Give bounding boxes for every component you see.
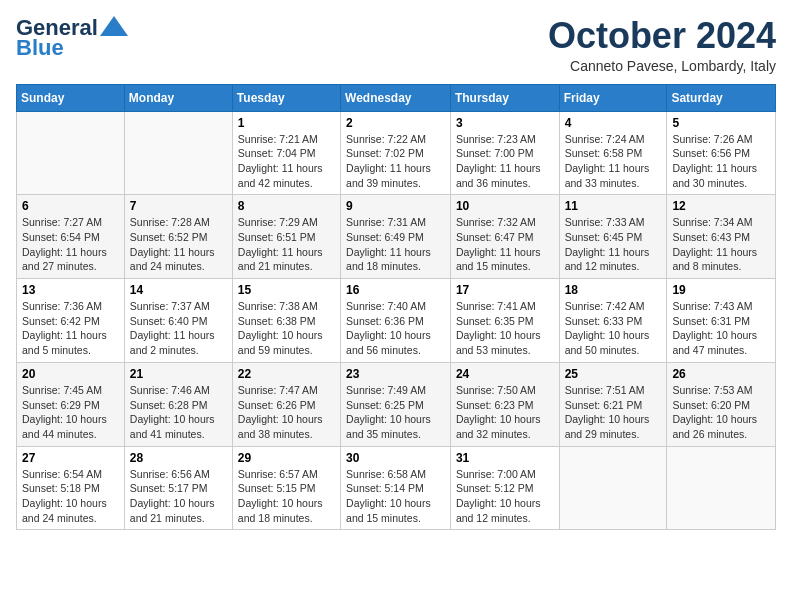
calendar-cell: 21Sunrise: 7:46 AM Sunset: 6:28 PM Dayli… bbox=[124, 362, 232, 446]
calendar-cell: 25Sunrise: 7:51 AM Sunset: 6:21 PM Dayli… bbox=[559, 362, 667, 446]
day-info: Sunrise: 7:32 AM Sunset: 6:47 PM Dayligh… bbox=[456, 215, 554, 274]
day-number: 22 bbox=[238, 367, 335, 381]
day-number: 4 bbox=[565, 116, 662, 130]
day-info: Sunrise: 7:31 AM Sunset: 6:49 PM Dayligh… bbox=[346, 215, 445, 274]
day-info: Sunrise: 7:47 AM Sunset: 6:26 PM Dayligh… bbox=[238, 383, 335, 442]
day-info: Sunrise: 7:45 AM Sunset: 6:29 PM Dayligh… bbox=[22, 383, 119, 442]
day-number: 27 bbox=[22, 451, 119, 465]
logo-icon bbox=[100, 16, 128, 36]
day-number: 19 bbox=[672, 283, 770, 297]
weekday-header: Saturday bbox=[667, 84, 776, 111]
day-number: 15 bbox=[238, 283, 335, 297]
calendar-cell: 26Sunrise: 7:53 AM Sunset: 6:20 PM Dayli… bbox=[667, 362, 776, 446]
logo-blue: Blue bbox=[16, 36, 64, 60]
day-number: 10 bbox=[456, 199, 554, 213]
calendar-cell bbox=[17, 111, 125, 195]
calendar-cell: 2Sunrise: 7:22 AM Sunset: 7:02 PM Daylig… bbox=[341, 111, 451, 195]
day-info: Sunrise: 7:27 AM Sunset: 6:54 PM Dayligh… bbox=[22, 215, 119, 274]
day-number: 1 bbox=[238, 116, 335, 130]
day-number: 8 bbox=[238, 199, 335, 213]
calendar-body: 1Sunrise: 7:21 AM Sunset: 7:04 PM Daylig… bbox=[17, 111, 776, 530]
day-number: 5 bbox=[672, 116, 770, 130]
title-block: October 2024 Canneto Pavese, Lombardy, I… bbox=[548, 16, 776, 74]
day-number: 30 bbox=[346, 451, 445, 465]
day-info: Sunrise: 7:49 AM Sunset: 6:25 PM Dayligh… bbox=[346, 383, 445, 442]
calendar-cell: 7Sunrise: 7:28 AM Sunset: 6:52 PM Daylig… bbox=[124, 195, 232, 279]
day-info: Sunrise: 7:46 AM Sunset: 6:28 PM Dayligh… bbox=[130, 383, 227, 442]
calendar-cell: 24Sunrise: 7:50 AM Sunset: 6:23 PM Dayli… bbox=[450, 362, 559, 446]
day-info: Sunrise: 7:24 AM Sunset: 6:58 PM Dayligh… bbox=[565, 132, 662, 191]
calendar-cell: 22Sunrise: 7:47 AM Sunset: 6:26 PM Dayli… bbox=[232, 362, 340, 446]
day-info: Sunrise: 7:36 AM Sunset: 6:42 PM Dayligh… bbox=[22, 299, 119, 358]
day-info: Sunrise: 7:37 AM Sunset: 6:40 PM Dayligh… bbox=[130, 299, 227, 358]
day-info: Sunrise: 7:33 AM Sunset: 6:45 PM Dayligh… bbox=[565, 215, 662, 274]
day-number: 18 bbox=[565, 283, 662, 297]
day-info: Sunrise: 7:34 AM Sunset: 6:43 PM Dayligh… bbox=[672, 215, 770, 274]
day-number: 21 bbox=[130, 367, 227, 381]
calendar-week-row: 27Sunrise: 6:54 AM Sunset: 5:18 PM Dayli… bbox=[17, 446, 776, 530]
day-info: Sunrise: 7:26 AM Sunset: 6:56 PM Dayligh… bbox=[672, 132, 770, 191]
day-number: 7 bbox=[130, 199, 227, 213]
day-number: 23 bbox=[346, 367, 445, 381]
day-info: Sunrise: 6:58 AM Sunset: 5:14 PM Dayligh… bbox=[346, 467, 445, 526]
calendar-cell bbox=[667, 446, 776, 530]
calendar-cell: 29Sunrise: 6:57 AM Sunset: 5:15 PM Dayli… bbox=[232, 446, 340, 530]
calendar-cell: 14Sunrise: 7:37 AM Sunset: 6:40 PM Dayli… bbox=[124, 279, 232, 363]
calendar-cell: 11Sunrise: 7:33 AM Sunset: 6:45 PM Dayli… bbox=[559, 195, 667, 279]
day-number: 24 bbox=[456, 367, 554, 381]
calendar-cell: 20Sunrise: 7:45 AM Sunset: 6:29 PM Dayli… bbox=[17, 362, 125, 446]
weekday-header: Monday bbox=[124, 84, 232, 111]
calendar-cell: 13Sunrise: 7:36 AM Sunset: 6:42 PM Dayli… bbox=[17, 279, 125, 363]
calendar-cell: 15Sunrise: 7:38 AM Sunset: 6:38 PM Dayli… bbox=[232, 279, 340, 363]
day-number: 3 bbox=[456, 116, 554, 130]
page-header: General Blue October 2024 Canneto Pavese… bbox=[16, 16, 776, 74]
calendar-cell: 31Sunrise: 7:00 AM Sunset: 5:12 PM Dayli… bbox=[450, 446, 559, 530]
day-info: Sunrise: 7:42 AM Sunset: 6:33 PM Dayligh… bbox=[565, 299, 662, 358]
day-number: 28 bbox=[130, 451, 227, 465]
location: Canneto Pavese, Lombardy, Italy bbox=[548, 58, 776, 74]
day-number: 13 bbox=[22, 283, 119, 297]
day-info: Sunrise: 7:28 AM Sunset: 6:52 PM Dayligh… bbox=[130, 215, 227, 274]
calendar-cell: 8Sunrise: 7:29 AM Sunset: 6:51 PM Daylig… bbox=[232, 195, 340, 279]
calendar-cell: 1Sunrise: 7:21 AM Sunset: 7:04 PM Daylig… bbox=[232, 111, 340, 195]
calendar-cell: 12Sunrise: 7:34 AM Sunset: 6:43 PM Dayli… bbox=[667, 195, 776, 279]
calendar-cell: 5Sunrise: 7:26 AM Sunset: 6:56 PM Daylig… bbox=[667, 111, 776, 195]
day-number: 25 bbox=[565, 367, 662, 381]
calendar-cell: 6Sunrise: 7:27 AM Sunset: 6:54 PM Daylig… bbox=[17, 195, 125, 279]
calendar-cell: 23Sunrise: 7:49 AM Sunset: 6:25 PM Dayli… bbox=[341, 362, 451, 446]
day-number: 29 bbox=[238, 451, 335, 465]
day-number: 11 bbox=[565, 199, 662, 213]
calendar-cell bbox=[124, 111, 232, 195]
calendar-cell: 16Sunrise: 7:40 AM Sunset: 6:36 PM Dayli… bbox=[341, 279, 451, 363]
weekday-header: Wednesday bbox=[341, 84, 451, 111]
day-info: Sunrise: 7:50 AM Sunset: 6:23 PM Dayligh… bbox=[456, 383, 554, 442]
day-info: Sunrise: 7:00 AM Sunset: 5:12 PM Dayligh… bbox=[456, 467, 554, 526]
day-info: Sunrise: 7:51 AM Sunset: 6:21 PM Dayligh… bbox=[565, 383, 662, 442]
header-row: SundayMondayTuesdayWednesdayThursdayFrid… bbox=[17, 84, 776, 111]
day-info: Sunrise: 7:43 AM Sunset: 6:31 PM Dayligh… bbox=[672, 299, 770, 358]
day-number: 31 bbox=[456, 451, 554, 465]
calendar-cell: 4Sunrise: 7:24 AM Sunset: 6:58 PM Daylig… bbox=[559, 111, 667, 195]
calendar-week-row: 13Sunrise: 7:36 AM Sunset: 6:42 PM Dayli… bbox=[17, 279, 776, 363]
day-info: Sunrise: 7:29 AM Sunset: 6:51 PM Dayligh… bbox=[238, 215, 335, 274]
weekday-header: Friday bbox=[559, 84, 667, 111]
day-info: Sunrise: 7:21 AM Sunset: 7:04 PM Dayligh… bbox=[238, 132, 335, 191]
calendar-week-row: 6Sunrise: 7:27 AM Sunset: 6:54 PM Daylig… bbox=[17, 195, 776, 279]
weekday-header: Tuesday bbox=[232, 84, 340, 111]
logo: General Blue bbox=[16, 16, 128, 60]
day-info: Sunrise: 6:54 AM Sunset: 5:18 PM Dayligh… bbox=[22, 467, 119, 526]
day-number: 14 bbox=[130, 283, 227, 297]
day-info: Sunrise: 7:53 AM Sunset: 6:20 PM Dayligh… bbox=[672, 383, 770, 442]
day-info: Sunrise: 7:23 AM Sunset: 7:00 PM Dayligh… bbox=[456, 132, 554, 191]
day-number: 6 bbox=[22, 199, 119, 213]
day-info: Sunrise: 6:57 AM Sunset: 5:15 PM Dayligh… bbox=[238, 467, 335, 526]
day-number: 2 bbox=[346, 116, 445, 130]
calendar-cell: 27Sunrise: 6:54 AM Sunset: 5:18 PM Dayli… bbox=[17, 446, 125, 530]
day-info: Sunrise: 7:41 AM Sunset: 6:35 PM Dayligh… bbox=[456, 299, 554, 358]
calendar-week-row: 1Sunrise: 7:21 AM Sunset: 7:04 PM Daylig… bbox=[17, 111, 776, 195]
day-number: 20 bbox=[22, 367, 119, 381]
day-number: 12 bbox=[672, 199, 770, 213]
calendar-cell: 28Sunrise: 6:56 AM Sunset: 5:17 PM Dayli… bbox=[124, 446, 232, 530]
weekday-header: Thursday bbox=[450, 84, 559, 111]
day-number: 9 bbox=[346, 199, 445, 213]
